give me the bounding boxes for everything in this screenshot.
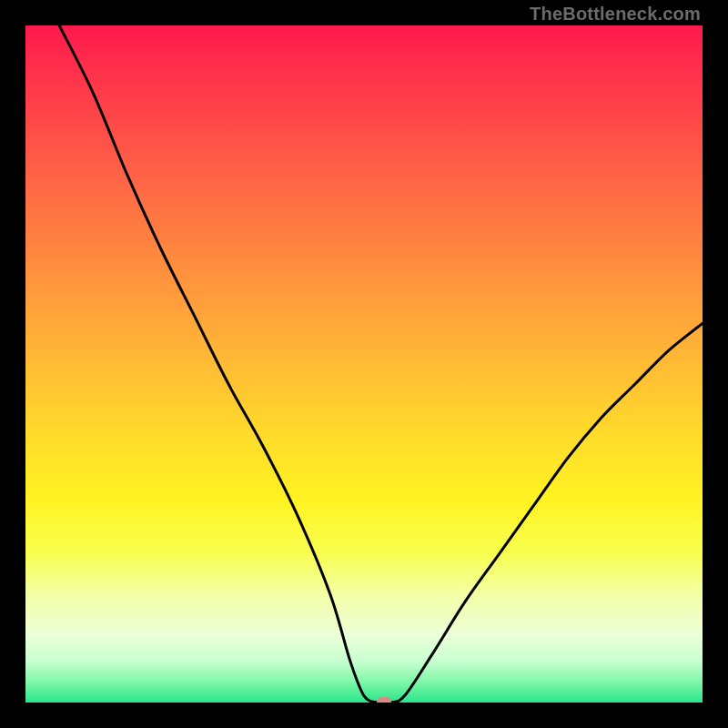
plot-area	[25, 25, 703, 703]
chart-frame: TheBottleneck.com	[0, 0, 728, 728]
bottleneck-curve	[25, 25, 703, 703]
min-marker	[377, 697, 391, 703]
watermark-text: TheBottleneck.com	[530, 4, 701, 25]
